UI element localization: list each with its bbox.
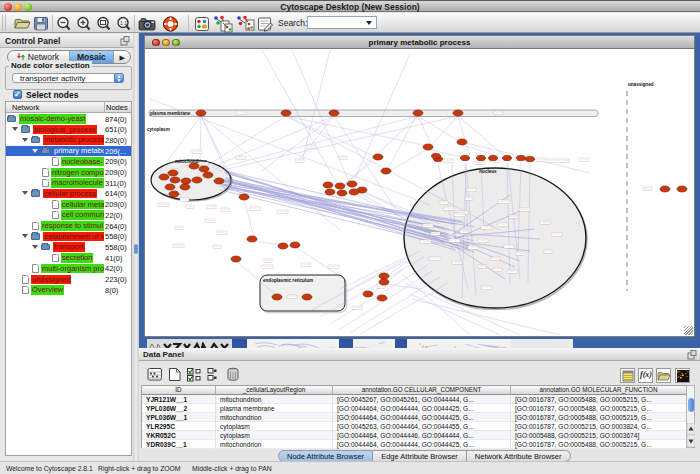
svg-text:unassigned: unassigned (628, 82, 654, 87)
svg-text:plasma membrane: plasma membrane (150, 111, 191, 116)
svg-text:1:1: 1:1 (120, 20, 127, 26)
svg-text:nucleus: nucleus (479, 169, 497, 174)
svg-text:cytoplasm: cytoplasm (147, 127, 170, 132)
svg-text:endoplasmic reticulum: endoplasmic reticulum (263, 278, 313, 283)
